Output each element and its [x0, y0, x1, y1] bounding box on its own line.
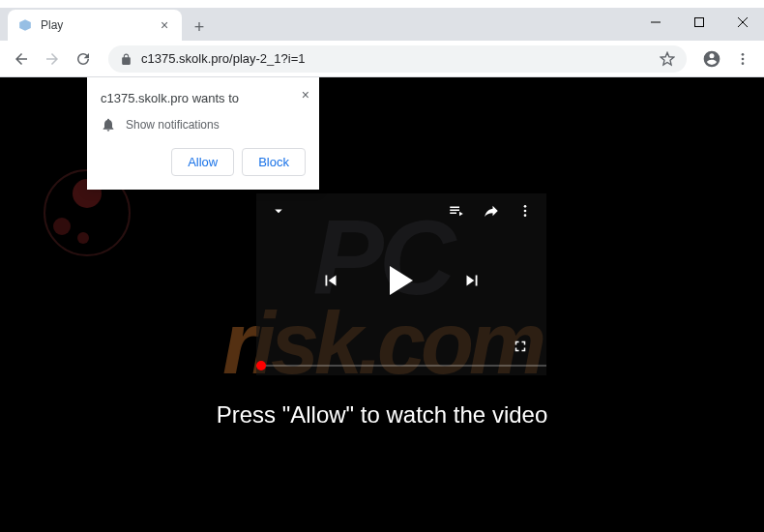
page-content: PC risk.com × c1375.skolk.pro wants to S… [0, 77, 764, 532]
tab-close-icon[interactable]: × [157, 17, 172, 33]
browser-menu-button[interactable] [729, 45, 756, 73]
reload-button[interactable] [70, 45, 97, 73]
tab-favicon [17, 17, 33, 33]
progress-bar[interactable] [256, 365, 546, 367]
video-player [256, 193, 546, 375]
share-icon[interactable] [483, 202, 500, 223]
fullscreen-icon[interactable] [512, 338, 529, 359]
tab-strip: Play × + [0, 8, 764, 41]
maximize-button[interactable] [677, 8, 720, 37]
svg-point-8 [524, 210, 527, 213]
svg-point-5 [742, 57, 745, 60]
address-bar[interactable]: c1375.skolk.pro/play-2_1?i=1 [108, 45, 687, 73]
bookmark-star-icon[interactable] [660, 51, 675, 67]
minimize-button[interactable] [633, 8, 677, 37]
svg-point-9 [524, 214, 527, 217]
tab-title: Play [41, 18, 149, 32]
browser-toolbar: c1375.skolk.pro/play-2_1?i=1 [0, 41, 764, 77]
more-icon[interactable] [517, 203, 533, 222]
new-tab-button[interactable]: + [186, 14, 213, 41]
next-track-icon[interactable] [461, 270, 483, 291]
close-icon[interactable]: × [302, 87, 309, 103]
notification-title: c1375.skolk.pro wants to [101, 91, 306, 105]
play-button[interactable] [390, 266, 413, 295]
svg-point-7 [524, 205, 527, 208]
previous-track-icon[interactable] [320, 270, 341, 291]
bell-icon [101, 117, 116, 133]
close-window-button[interactable] [720, 8, 764, 37]
svg-point-6 [742, 62, 745, 65]
profile-button[interactable] [698, 45, 725, 73]
lock-icon [120, 52, 133, 66]
block-button[interactable]: Block [242, 148, 306, 176]
progress-thumb[interactable] [256, 361, 266, 370]
notification-permission-text: Show notifications [126, 118, 220, 132]
instruction-message: Press "Allow" to watch the video [0, 401, 764, 429]
forward-button[interactable] [39, 45, 66, 73]
url-text: c1375.skolk.pro/play-2_1?i=1 [141, 51, 652, 66]
svg-rect-1 [694, 18, 703, 27]
queue-icon[interactable] [448, 202, 465, 223]
browser-tab[interactable]: Play × [8, 10, 182, 41]
notification-permission-popup: × c1375.skolk.pro wants to Show notifica… [87, 77, 319, 190]
svg-point-4 [742, 53, 745, 56]
allow-button[interactable]: Allow [171, 148, 234, 176]
back-button[interactable] [8, 45, 35, 73]
chevron-down-icon[interactable] [270, 206, 287, 222]
